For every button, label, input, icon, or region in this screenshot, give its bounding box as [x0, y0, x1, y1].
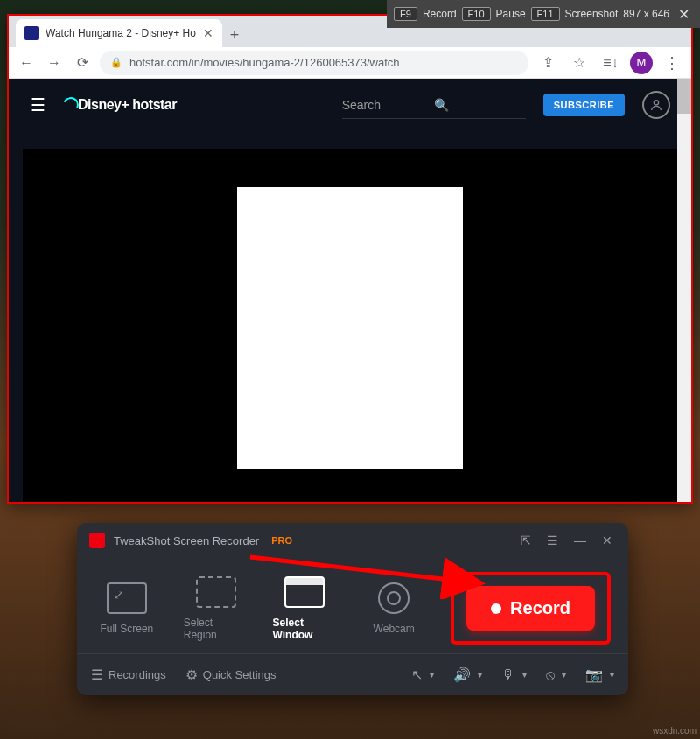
mode-label: Select Region [184, 617, 248, 641]
reload-button[interactable]: ⟳ [72, 52, 93, 73]
logo-text: Disney+ hotstar [78, 97, 177, 113]
overlay-toggle[interactable]: ⦸▾ [546, 667, 566, 683]
subscribe-button[interactable]: SUBSCRIBE [543, 94, 625, 116]
hotkey-f11-label: Screenshot [565, 8, 619, 20]
record-button[interactable]: Record [466, 586, 595, 631]
lock-icon: 🔒 [110, 57, 122, 68]
minimize-button[interactable]: — [570, 533, 590, 547]
region-icon [196, 576, 236, 608]
hotkey-f10: F10 [462, 7, 491, 21]
browser-window: Watch Hungama 2 - Disney+ Ho ✕ + ← → ⟳ 🔒… [7, 14, 693, 504]
mic-toggle[interactable]: 🎙▾ [501, 667, 527, 683]
camera-toggle[interactable]: 📷▾ [585, 666, 614, 683]
search-input[interactable]: Search 🔍 [342, 91, 526, 119]
quick-settings-button[interactable]: ⚙ Quick Settings [186, 666, 276, 683]
bookmark-button[interactable]: ☆ [567, 51, 592, 75]
hotkey-f9: F9 [394, 7, 417, 21]
pro-badge: PRO [271, 535, 292, 546]
browser-menu-button[interactable]: ⋮ [660, 51, 684, 75]
reading-list-button[interactable]: ≡↓ [598, 51, 623, 75]
webcam-icon [378, 582, 410, 614]
app-menu-button[interactable]: ☰ [543, 533, 562, 547]
recorder-titlebar: TweakShot Screen Recorder PRO ⇱ ☰ — ✕ [77, 523, 628, 558]
capture-dimensions: 897 x 646 [623, 8, 669, 20]
page-content: ☰ Disney+ hotstar Search 🔍 SUBSCRIBE [9, 79, 691, 502]
svg-point-0 [654, 101, 658, 105]
video-player[interactable] [23, 149, 677, 502]
gear-icon: ⚙ [186, 666, 198, 683]
close-button[interactable]: ✕ [598, 533, 616, 547]
record-label: Record [510, 598, 570, 618]
url-text: hotstar.com/in/movies/hungama-2/12600653… [130, 56, 400, 69]
speaker-toggle[interactable]: 🔊▾ [453, 666, 482, 683]
mic-icon: 🎙 [501, 667, 515, 683]
profile-avatar[interactable]: M [630, 52, 653, 74]
record-dot-icon [491, 603, 501, 614]
mode-select-window[interactable]: Select Window [273, 576, 338, 641]
mode-label: Webcam [374, 623, 415, 635]
mode-label: Full Screen [101, 623, 154, 635]
capture-overlay-bar: F9 Record F10 Pause F11 Screenshot 897 x… [387, 0, 700, 28]
tab-title: Watch Hungama 2 - Disney+ Ho [46, 27, 196, 39]
new-tab-button[interactable]: + [222, 23, 247, 47]
user-profile-button[interactable] [642, 91, 670, 119]
overlay-icon: ⦸ [546, 667, 555, 683]
url-input[interactable]: 🔒 hotstar.com/in/movies/hungama-2/126006… [100, 51, 528, 75]
share-button[interactable]: ⇪ [536, 51, 560, 75]
scroll-thumb[interactable] [677, 79, 691, 114]
fullscreen-icon [107, 582, 147, 614]
overlay-close-button[interactable]: ✕ [675, 6, 693, 23]
quick-settings-label: Quick Settings [203, 668, 276, 681]
hotkey-f10-label: Pause [496, 8, 526, 20]
mode-webcam[interactable]: Webcam [361, 582, 426, 635]
pin-button[interactable]: ⇱ [517, 533, 535, 547]
search-placeholder: Search [342, 98, 434, 112]
hotstar-logo[interactable]: Disney+ hotstar [63, 97, 177, 113]
mode-label: Select Window [273, 617, 338, 641]
video-poster [237, 187, 463, 469]
record-highlight: Record [451, 572, 611, 645]
forward-button[interactable]: → [44, 52, 65, 73]
recorder-window: TweakShot Screen Recorder PRO ⇱ ☰ — ✕ Fu… [77, 523, 628, 695]
tab-close-button[interactable]: ✕ [203, 26, 214, 40]
user-icon [649, 98, 663, 112]
hotstar-header: ☰ Disney+ hotstar Search 🔍 SUBSCRIBE [9, 79, 691, 131]
app-icon [89, 533, 105, 548]
browser-tab[interactable]: Watch Hungama 2 - Disney+ Ho ✕ [16, 19, 222, 47]
mode-full-screen[interactable]: Full Screen [94, 582, 159, 635]
window-icon [284, 576, 325, 608]
camera-icon: 📷 [585, 666, 603, 683]
recordings-label: Recordings [108, 668, 166, 681]
hotkey-f11: F11 [531, 7, 560, 21]
page-scrollbar[interactable] [677, 79, 691, 502]
cursor-icon: ↖ [411, 666, 423, 683]
search-icon: 🔍 [434, 98, 526, 112]
back-button[interactable]: ← [16, 52, 37, 73]
mode-select-region[interactable]: Select Region [184, 576, 248, 641]
app-title: TweakShot Screen Recorder [114, 534, 259, 547]
hamburger-menu-button[interactable]: ☰ [30, 94, 46, 115]
watermark: wsxdn.com [653, 726, 696, 736]
recordings-button[interactable]: ☰ Recordings [91, 666, 166, 683]
capture-modes: Full Screen Select Region Select Window … [77, 558, 628, 653]
recorder-bottom-bar: ☰ Recordings ⚙ Quick Settings ↖▾ 🔊▾ 🎙▾ ⦸… [77, 653, 628, 695]
address-bar: ← → ⟳ 🔒 hotstar.com/in/movies/hungama-2/… [9, 47, 691, 79]
list-icon: ☰ [91, 666, 103, 683]
speaker-icon: 🔊 [453, 666, 471, 683]
favicon-icon [24, 26, 38, 40]
hotkey-f9-label: Record [423, 8, 457, 20]
cursor-toggle[interactable]: ↖▾ [411, 666, 434, 683]
